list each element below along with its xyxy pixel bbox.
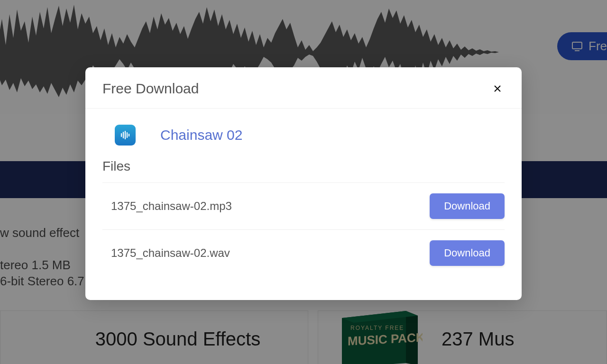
modal-title: Free Download <box>102 81 199 97</box>
close-button[interactable] <box>490 82 505 96</box>
audio-item-icon <box>115 125 136 146</box>
download-button[interactable]: Download <box>430 193 505 219</box>
file-name: 1375_chainsaw-02.wav <box>102 246 230 260</box>
item-title-link[interactable]: Chainsaw 02 <box>160 127 242 143</box>
files-section: Files 1375_chainsaw-02.mp3 Download 1375… <box>85 159 522 276</box>
close-icon <box>494 85 501 92</box>
modal-overlay: Free Download Chainsaw 02 F <box>0 0 607 364</box>
file-name: 1375_chainsaw-02.mp3 <box>102 200 232 213</box>
download-button[interactable]: Download <box>430 240 505 266</box>
download-modal: Free Download Chainsaw 02 F <box>85 67 522 300</box>
file-row: 1375_chainsaw-02.wav Download <box>102 230 505 276</box>
modal-header: Free Download <box>85 67 522 109</box>
files-heading: Files <box>102 159 505 183</box>
file-row: 1375_chainsaw-02.mp3 Download <box>102 183 505 230</box>
item-row: Chainsaw 02 <box>85 109 522 159</box>
